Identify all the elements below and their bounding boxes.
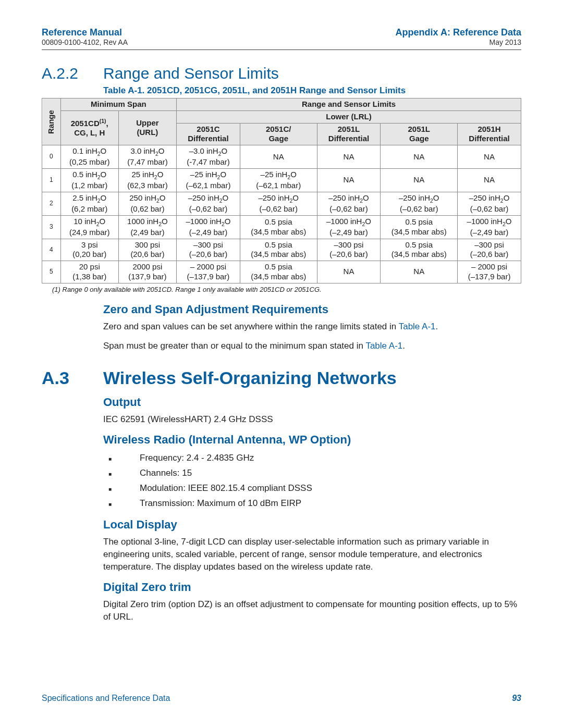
zero-span-p1a: Zero and span values can be set anywhere… [103, 322, 399, 331]
table-cell: 0.1 inH2O(0,25 mbar) [60, 145, 118, 169]
section-a22-heading: A.2.2 Range and Sensor Limits [42, 65, 521, 82]
row-index: 2 [42, 192, 61, 215]
table-cell: 0.5 psia(34,5 mbar abs) [240, 261, 317, 283]
link-table-a1[interactable]: Table A-1 [399, 322, 436, 331]
header-right-title: Appendix A: Reference Data [396, 27, 521, 38]
link-table-a1[interactable]: Table A-1 [365, 341, 402, 351]
zero-span-p2: Span must be greater than or equal to th… [103, 340, 521, 352]
table-cell: – 2000 psi(–137,9 bar) [177, 261, 240, 283]
table-row: 10.5 inH2O(1,2 mbar)25 inH2O(62,3 mbar)–… [42, 168, 521, 192]
col-c-diff-top: 2051C [197, 125, 219, 133]
output-p: IEC 62591 (WirelessHART) 2.4 GHz DSSS [103, 413, 521, 426]
table-cell: NA [381, 145, 458, 169]
col-c-gage-top: 2051C/ [266, 125, 291, 133]
row-index: 5 [42, 261, 61, 283]
table-cell: 20 psi(1,38 bar) [60, 261, 118, 283]
col-range: Range [42, 98, 61, 145]
table-cell: –250 inH2O(–0,62 bar) [381, 192, 458, 215]
table-cell: 0.5 psia(34,5 mbar abs) [381, 215, 458, 239]
table-cell: –1000 inH2O(–2,49 bar) [458, 215, 521, 239]
digital-zero-p: Digital Zero trim (option DZ) is an offs… [103, 598, 521, 623]
table-cell: –300 psi(–20,6 bar) [317, 239, 381, 261]
col-l-diff: 2051LDifferential [317, 123, 381, 145]
table-cell: –300 psi(–20,6 bar) [458, 239, 521, 261]
table-cell: 300 psi(20,6 bar) [118, 239, 176, 261]
table-cell: 0.5 psia(34,5 mbar abs) [240, 239, 317, 261]
footer-left: Specifications and Reference Data [42, 694, 170, 703]
zero-span-p1c: . [436, 322, 438, 331]
table-cell: 25 inH2O(62,3 mbar) [118, 168, 176, 192]
col-h-diff: 2051HDifferential [458, 123, 521, 145]
zero-span-p2a: Span must be greater than or equal to th… [103, 341, 365, 351]
table-row: 22.5 inH2O(6,2 mbar)250 inH2O(0,62 bar)–… [42, 192, 521, 215]
table-caption: Table A-1. 2051CD, 2051CG, 2051L, and 20… [103, 85, 521, 96]
table-cell: NA [381, 168, 458, 192]
col-rsl: Range and Sensor Limits [177, 98, 521, 111]
col-upper-top: Upper [136, 118, 158, 127]
col-h-diff-top: 2051H [478, 125, 500, 133]
col-l-diff-bot: Differential [328, 134, 369, 143]
table-cell: NA [381, 261, 458, 283]
col-upper: Upper (URL) [118, 110, 176, 145]
local-display-heading: Local Display [103, 518, 521, 532]
col-c-gage-bot: Gage [268, 134, 288, 143]
col-l-diff-top: 2051L [338, 125, 360, 133]
wireless-radio-list: Frequency: 2.4 - 2.4835 GHz Channels: 15… [103, 451, 521, 511]
col-h-diff-bot: Differential [469, 134, 509, 143]
col-lower: Lower (LRL) [177, 110, 521, 123]
header-left-title: Reference Manual [42, 27, 128, 38]
page-header: Reference Manual 00809-0100-4102, Rev AA… [42, 27, 521, 50]
header-right-sub: May 2013 [396, 38, 521, 46]
table-cell: –250 inH2O(–0,62 bar) [240, 192, 317, 215]
table-cell: NA [240, 145, 317, 169]
table-cell: 2.5 inH2O(6,2 mbar) [60, 192, 118, 215]
table-row: 520 psi(1,38 bar)2000 psi(137,9 bar)– 20… [42, 261, 521, 283]
table-footnote: (1) Range 0 only available with 2051CD. … [52, 286, 521, 293]
range-limits-table: Range Minimum Span Range and Sensor Limi… [42, 98, 521, 283]
header-left-sub: 00809-0100-4102, Rev AA [42, 38, 128, 46]
section-a3-heading: A.3 Wireless Self-Organizing Networks [42, 368, 521, 388]
table-cell: NA [317, 168, 381, 192]
col-l-gage: 2051LGage [381, 123, 458, 145]
table-cell: –3.0 inH2O(-7,47 mbar) [177, 145, 240, 169]
col-2051cd-top: 2051CD [71, 119, 100, 128]
table-cell: 2000 psi(137,9 bar) [118, 261, 176, 283]
col-upper-bot: (URL) [137, 128, 158, 137]
local-display-p: The optional 3-line, 7-digit LCD can dis… [103, 536, 521, 573]
page-footer: Specifications and Reference Data 93 [42, 694, 521, 703]
table-cell: –250 inH2O(–0,62 bar) [458, 192, 521, 215]
row-index: 0 [42, 145, 61, 169]
list-item: Frequency: 2.4 - 2.4835 GHz [103, 451, 521, 466]
table-cell: –1000 inH2O(–2,49 bar) [177, 215, 240, 239]
zero-span-p1: Zero and span values can be set anywhere… [103, 320, 521, 333]
table-cell: 0.5 psia(34,5 mbar abs) [381, 239, 458, 261]
section-title: Range and Sensor Limits [103, 65, 279, 82]
row-index: 3 [42, 215, 61, 239]
table-row: 43 psi(0,20 bar)300 psi(20,6 bar)–300 ps… [42, 239, 521, 261]
wireless-radio-heading: Wireless Radio (Internal Antenna, WP Opt… [103, 433, 521, 447]
col-c-gage: 2051C/Gage [240, 123, 317, 145]
section-number: A.2.2 [42, 65, 103, 82]
table-cell: –250 inH2O(–0,62 bar) [177, 192, 240, 215]
section-number: A.3 [42, 368, 103, 388]
table-cell: –25 inH2O(–62,1 mbar) [177, 168, 240, 192]
table-cell: NA [317, 145, 381, 169]
list-item: Transmission: Maximum of 10 dBm EIRP [103, 496, 521, 511]
list-item: Modulation: IEEE 802.15.4 compliant DSSS [103, 481, 521, 496]
table-cell: –300 psi(–20,6 bar) [177, 239, 240, 261]
table-cell: NA [317, 261, 381, 283]
table-cell: NA [458, 168, 521, 192]
table-cell: 0.5 inH2O(1,2 mbar) [60, 168, 118, 192]
col-minspan: Minimum Span [60, 98, 176, 111]
output-heading: Output [103, 396, 521, 409]
col-2051cd: 2051CD(1), CG, L, H [60, 110, 118, 145]
row-index: 4 [42, 239, 61, 261]
table-cell: NA [458, 145, 521, 169]
col-2051cd-sup: (1) [100, 118, 106, 124]
table-row: 310 inH2O(24,9 mbar)1000 inH2O(2,49 bar)… [42, 215, 521, 239]
col-c-diff: 2051CDifferential [177, 123, 240, 145]
section-title: Wireless Self-Organizing Networks [103, 368, 397, 388]
digital-zero-heading: Digital Zero trim [103, 581, 521, 594]
table-cell: 1000 inH2O(2,49 bar) [118, 215, 176, 239]
col-l-gage-top: 2051L [408, 125, 430, 133]
